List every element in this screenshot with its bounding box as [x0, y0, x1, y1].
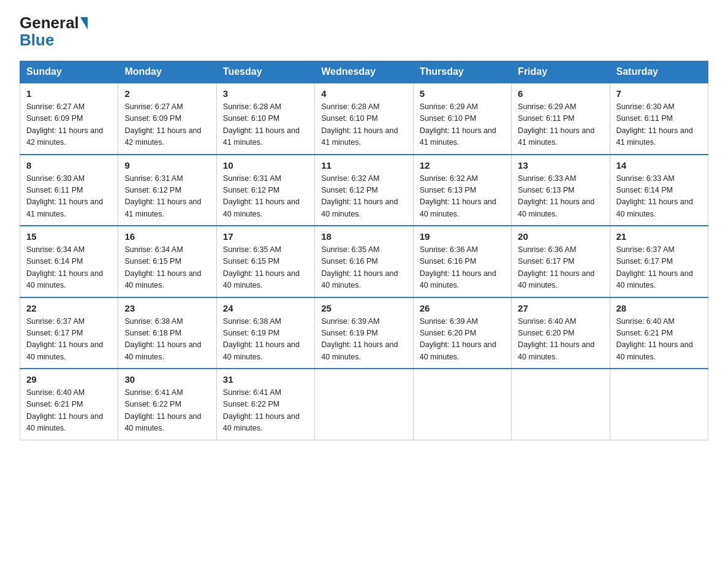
day-cell: 29Sunrise: 6:40 AMSunset: 6:21 PMDayligh… [20, 369, 118, 440]
day-info: Sunrise: 6:35 AMSunset: 6:15 PMDaylight:… [223, 244, 308, 292]
day-info: Sunrise: 6:32 AMSunset: 6:12 PMDaylight:… [321, 173, 406, 221]
day-number: 3 [223, 88, 308, 99]
day-number: 12 [420, 160, 505, 170]
logo-triangle-icon [80, 17, 88, 29]
day-cell: 23Sunrise: 6:38 AMSunset: 6:18 PMDayligh… [118, 297, 216, 369]
day-cell: 8Sunrise: 6:30 AMSunset: 6:11 PMDaylight… [20, 155, 118, 226]
day-cell [512, 369, 610, 440]
day-info: Sunrise: 6:33 AMSunset: 6:14 PMDaylight:… [616, 173, 702, 221]
day-info: Sunrise: 6:30 AMSunset: 6:11 PMDaylight:… [26, 173, 112, 221]
column-header-saturday: Saturday [610, 61, 708, 83]
day-info: Sunrise: 6:41 AMSunset: 6:22 PMDaylight:… [124, 387, 210, 435]
day-cell: 16Sunrise: 6:34 AMSunset: 6:15 PMDayligh… [118, 226, 216, 297]
day-info: Sunrise: 6:37 AMSunset: 6:17 PMDaylight:… [616, 244, 702, 292]
day-info: Sunrise: 6:28 AMSunset: 6:10 PMDaylight:… [321, 101, 406, 149]
day-info: Sunrise: 6:37 AMSunset: 6:17 PMDaylight:… [26, 316, 112, 364]
logo: General Blue [20, 15, 88, 50]
day-info: Sunrise: 6:27 AMSunset: 6:09 PMDaylight:… [26, 101, 112, 149]
day-info: Sunrise: 6:32 AMSunset: 6:13 PMDaylight:… [420, 173, 505, 221]
day-cell: 9Sunrise: 6:31 AMSunset: 6:12 PMDaylight… [118, 155, 216, 226]
day-info: Sunrise: 6:30 AMSunset: 6:11 PMDaylight:… [616, 101, 702, 149]
day-info: Sunrise: 6:39 AMSunset: 6:19 PMDaylight:… [321, 316, 406, 364]
day-info: Sunrise: 6:35 AMSunset: 6:16 PMDaylight:… [321, 244, 406, 292]
day-cell: 1Sunrise: 6:27 AMSunset: 6:09 PMDaylight… [20, 83, 118, 155]
column-header-sunday: Sunday [20, 61, 118, 83]
day-cell: 4Sunrise: 6:28 AMSunset: 6:10 PMDaylight… [315, 83, 413, 155]
header-row: SundayMondayTuesdayWednesdayThursdayFrid… [20, 61, 708, 83]
week-row-2: 8Sunrise: 6:30 AMSunset: 6:11 PMDaylight… [20, 155, 708, 226]
day-info: Sunrise: 6:34 AMSunset: 6:15 PMDaylight:… [124, 244, 210, 292]
day-number: 4 [321, 88, 406, 99]
day-cell: 13Sunrise: 6:33 AMSunset: 6:13 PMDayligh… [512, 155, 610, 226]
day-number: 9 [124, 160, 210, 170]
day-info: Sunrise: 6:33 AMSunset: 6:13 PMDaylight:… [518, 173, 603, 221]
calendar-body: 1Sunrise: 6:27 AMSunset: 6:09 PMDaylight… [20, 83, 708, 440]
day-cell: 22Sunrise: 6:37 AMSunset: 6:17 PMDayligh… [20, 297, 118, 369]
column-header-monday: Monday [118, 61, 216, 83]
day-info: Sunrise: 6:27 AMSunset: 6:09 PMDaylight:… [124, 101, 210, 149]
day-cell: 24Sunrise: 6:38 AMSunset: 6:19 PMDayligh… [216, 297, 314, 369]
day-number: 25 [321, 303, 406, 313]
page-header: General Blue [20, 15, 708, 50]
day-cell [413, 369, 511, 440]
day-info: Sunrise: 6:36 AMSunset: 6:17 PMDaylight:… [518, 244, 603, 292]
day-info: Sunrise: 6:40 AMSunset: 6:21 PMDaylight:… [616, 316, 702, 364]
day-cell: 3Sunrise: 6:28 AMSunset: 6:10 PMDaylight… [216, 83, 314, 155]
day-info: Sunrise: 6:36 AMSunset: 6:16 PMDaylight:… [420, 244, 505, 292]
day-cell [610, 369, 708, 440]
week-row-4: 22Sunrise: 6:37 AMSunset: 6:17 PMDayligh… [20, 297, 708, 369]
column-header-tuesday: Tuesday [216, 61, 314, 83]
day-info: Sunrise: 6:31 AMSunset: 6:12 PMDaylight:… [223, 173, 308, 221]
calendar-table: SundayMondayTuesdayWednesdayThursdayFrid… [20, 61, 708, 440]
day-info: Sunrise: 6:29 AMSunset: 6:10 PMDaylight:… [420, 101, 505, 149]
day-cell: 25Sunrise: 6:39 AMSunset: 6:19 PMDayligh… [315, 297, 413, 369]
day-cell: 19Sunrise: 6:36 AMSunset: 6:16 PMDayligh… [413, 226, 511, 297]
day-number: 13 [518, 160, 603, 170]
day-number: 20 [518, 231, 603, 242]
day-cell: 31Sunrise: 6:41 AMSunset: 6:22 PMDayligh… [216, 369, 314, 440]
day-number: 18 [321, 231, 406, 242]
column-header-thursday: Thursday [413, 61, 511, 83]
day-number: 26 [420, 303, 505, 313]
day-number: 22 [26, 303, 112, 313]
week-row-1: 1Sunrise: 6:27 AMSunset: 6:09 PMDaylight… [20, 83, 708, 155]
logo-blue-text: Blue [20, 31, 54, 50]
day-info: Sunrise: 6:41 AMSunset: 6:22 PMDaylight:… [223, 387, 308, 435]
day-number: 24 [223, 303, 308, 313]
day-cell: 12Sunrise: 6:32 AMSunset: 6:13 PMDayligh… [413, 155, 511, 226]
day-info: Sunrise: 6:29 AMSunset: 6:11 PMDaylight:… [518, 101, 603, 149]
day-number: 2 [124, 88, 210, 99]
day-info: Sunrise: 6:39 AMSunset: 6:20 PMDaylight:… [420, 316, 505, 364]
day-number: 6 [518, 88, 603, 99]
day-info: Sunrise: 6:38 AMSunset: 6:19 PMDaylight:… [223, 316, 308, 364]
day-cell: 21Sunrise: 6:37 AMSunset: 6:17 PMDayligh… [610, 226, 708, 297]
day-number: 16 [124, 231, 210, 242]
week-row-3: 15Sunrise: 6:34 AMSunset: 6:14 PMDayligh… [20, 226, 708, 297]
logo-general-text: General [20, 15, 79, 31]
day-number: 21 [616, 231, 702, 242]
day-number: 28 [616, 303, 702, 313]
day-number: 8 [26, 160, 112, 170]
day-info: Sunrise: 6:40 AMSunset: 6:21 PMDaylight:… [26, 387, 112, 435]
day-number: 17 [223, 231, 308, 242]
day-number: 30 [124, 374, 210, 385]
day-cell: 17Sunrise: 6:35 AMSunset: 6:15 PMDayligh… [216, 226, 314, 297]
day-cell: 28Sunrise: 6:40 AMSunset: 6:21 PMDayligh… [610, 297, 708, 369]
day-cell: 20Sunrise: 6:36 AMSunset: 6:17 PMDayligh… [512, 226, 610, 297]
day-cell: 26Sunrise: 6:39 AMSunset: 6:20 PMDayligh… [413, 297, 511, 369]
week-row-5: 29Sunrise: 6:40 AMSunset: 6:21 PMDayligh… [20, 369, 708, 440]
day-info: Sunrise: 6:38 AMSunset: 6:18 PMDaylight:… [124, 316, 210, 364]
day-number: 11 [321, 160, 406, 170]
column-header-friday: Friday [512, 61, 610, 83]
day-number: 1 [26, 88, 112, 99]
day-cell: 15Sunrise: 6:34 AMSunset: 6:14 PMDayligh… [20, 226, 118, 297]
day-cell: 18Sunrise: 6:35 AMSunset: 6:16 PMDayligh… [315, 226, 413, 297]
day-cell: 27Sunrise: 6:40 AMSunset: 6:20 PMDayligh… [512, 297, 610, 369]
day-number: 29 [26, 374, 112, 385]
day-cell: 5Sunrise: 6:29 AMSunset: 6:10 PMDaylight… [413, 83, 511, 155]
day-number: 27 [518, 303, 603, 313]
day-cell: 10Sunrise: 6:31 AMSunset: 6:12 PMDayligh… [216, 155, 314, 226]
day-number: 5 [420, 88, 505, 99]
calendar-header: SundayMondayTuesdayWednesdayThursdayFrid… [20, 61, 708, 83]
day-number: 15 [26, 231, 112, 242]
